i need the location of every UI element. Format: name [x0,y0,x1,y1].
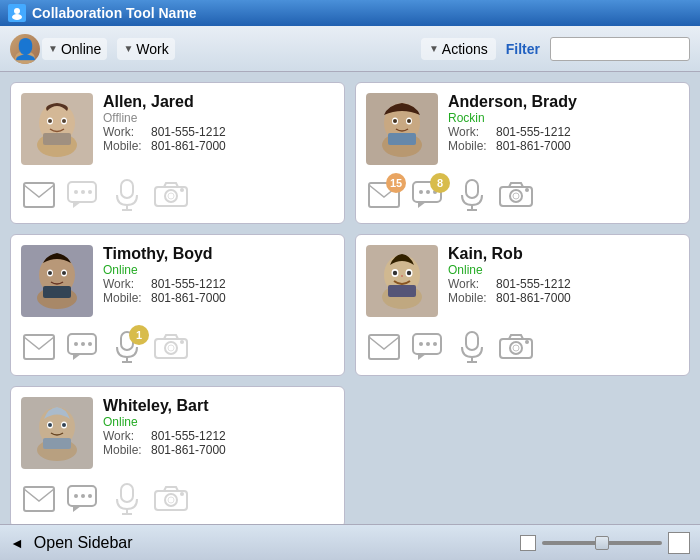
svg-marker-78 [418,354,426,360]
work-number: 801-555-1212 [151,429,226,443]
open-sidebar-button[interactable]: Open Sidebar [34,534,133,552]
contacts-grid: Allen, Jared Offline Work: 801-555-1212 … [0,72,700,524]
svg-marker-35 [418,202,426,208]
contact-photo [21,397,93,473]
zoom-control [520,532,690,554]
toolbar: ▼ Online ▼ Work ▼ Actions Filter [0,26,700,72]
chat-action[interactable]: 8 [410,177,446,213]
mobile-label: Mobile: [448,139,490,153]
svg-point-108 [168,497,174,503]
svg-point-79 [419,342,423,346]
contact-photo [366,93,438,169]
svg-point-59 [88,342,92,346]
mic-action[interactable] [454,177,490,213]
chat-action[interactable] [65,329,101,365]
mic-badge: 1 [129,325,149,345]
mobile-number: 801-861-7000 [151,443,226,457]
work-number: 801-555-1212 [151,125,226,139]
contact-work: Work: 801-555-1212 [103,277,334,291]
svg-point-80 [426,342,430,346]
email-action[interactable] [21,481,57,517]
card-actions [21,173,334,213]
chat-badge: 8 [430,173,450,193]
svg-point-29 [393,119,397,123]
zoom-box-large [668,532,690,554]
contact-name: Kain, Rob [448,245,679,263]
email-action[interactable] [21,177,57,213]
card-info: Timothy, Boyd Online Work: 801-555-1212 … [103,245,334,305]
contact-card-allen-jared: Allen, Jared Offline Work: 801-555-1212 … [10,82,345,224]
bottom-bar: ◄ Open Sidebar [0,524,700,560]
work-number: 801-555-1212 [151,277,226,291]
svg-point-45 [525,188,529,192]
svg-point-50 [48,271,52,275]
contact-status: Online [103,415,334,429]
sidebar-arrow-icon: ◄ [10,535,24,551]
svg-point-22 [165,190,177,202]
svg-point-2 [19,39,31,51]
svg-point-64 [165,342,177,354]
title-bar-icon [8,4,26,22]
camera-action[interactable] [498,329,534,365]
contact-status: Offline [103,111,334,125]
svg-rect-75 [388,285,416,297]
card-top: Kain, Rob Online Work: 801-555-1212 Mobi… [366,245,679,321]
camera-action[interactable] [498,177,534,213]
svg-rect-11 [43,133,71,145]
svg-point-1 [12,14,22,20]
svg-point-57 [74,342,78,346]
online-label: Online [61,41,101,57]
mic-action[interactable] [454,329,490,365]
mic-action [109,481,145,517]
chat-action[interactable] [65,481,101,517]
chat-action[interactable] [410,329,446,365]
mic-action[interactable]: 1 [109,329,145,365]
work-dropdown[interactable]: ▼ Work [117,38,174,60]
contact-mobile: Mobile: 801-861-7000 [103,139,334,153]
online-dropdown[interactable]: ▼ Online [42,38,107,60]
email-action[interactable] [21,329,57,365]
svg-point-8 [48,119,52,123]
svg-marker-14 [73,202,81,208]
email-action[interactable]: 15 [366,177,402,213]
card-top: Whiteley, Bart Online Work: 801-555-1212… [21,397,334,473]
contact-work: Work: 801-555-1212 [448,277,679,291]
card-info: Kain, Rob Online Work: 801-555-1212 Mobi… [448,245,679,305]
svg-point-30 [407,119,411,123]
svg-point-107 [165,494,177,506]
card-info: Whiteley, Bart Online Work: 801-555-1212… [103,397,334,457]
contact-name: Whiteley, Bart [103,397,334,415]
card-info: Anderson, Brady Rockin Work: 801-555-121… [448,93,679,153]
chat-action [65,177,101,213]
filter-input[interactable] [550,37,690,61]
mobile-label: Mobile: [103,139,145,153]
contact-mobile: Mobile: 801-861-7000 [103,291,334,305]
zoom-slider[interactable] [542,541,662,545]
svg-point-16 [81,190,85,194]
mobile-label: Mobile: [103,291,145,305]
zoom-thumb[interactable] [595,536,609,550]
svg-point-66 [180,340,184,344]
svg-rect-53 [43,286,71,298]
svg-point-93 [48,423,52,427]
svg-point-87 [513,345,519,351]
contact-work: Work: 801-555-1212 [448,125,679,139]
svg-point-109 [180,492,184,496]
svg-rect-76 [369,335,399,359]
svg-point-101 [81,494,85,498]
contact-work: Work: 801-555-1212 [103,125,334,139]
mobile-number: 801-861-7000 [496,291,571,305]
contact-card-anderson-brady: Anderson, Brady Rockin Work: 801-555-121… [355,82,690,224]
actions-dropdown[interactable]: ▼ Actions [421,38,496,60]
work-label: Work: [103,429,145,443]
svg-point-24 [180,188,184,192]
card-actions [21,477,334,517]
contact-work: Work: 801-555-1212 [103,429,334,443]
svg-point-51 [62,271,66,275]
work-label: Work [136,41,168,57]
card-actions: 15 8 [366,173,679,213]
svg-point-65 [168,345,174,351]
card-info: Allen, Jared Offline Work: 801-555-1212 … [103,93,334,153]
email-action[interactable] [366,329,402,365]
svg-point-94 [62,423,66,427]
